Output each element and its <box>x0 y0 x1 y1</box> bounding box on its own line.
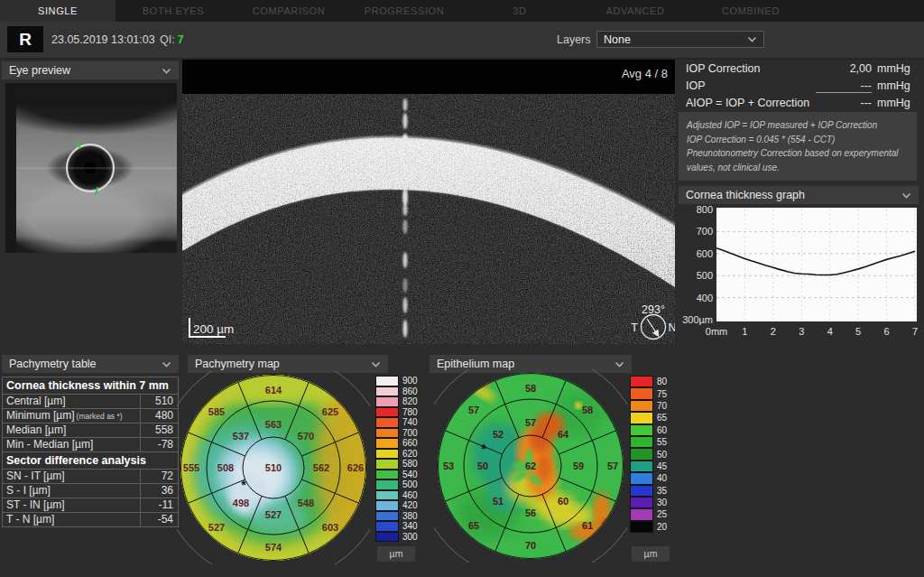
color-scale-row: 780 <box>375 407 426 418</box>
color-scale-swatch <box>375 428 399 439</box>
color-scale-row: 20 <box>630 521 680 533</box>
color-scale-row: 900 <box>375 376 426 386</box>
pachymetry-table-dropdown[interactable]: Pachymetry table <box>2 355 179 373</box>
color-scale-value: 860 <box>402 386 418 396</box>
row-value: 72 <box>140 470 178 483</box>
x-axis-tick: 7 <box>912 326 918 337</box>
color-scale-row: 30 <box>630 497 680 508</box>
color-scale-value: 420 <box>402 500 418 510</box>
color-scale-value: 25 <box>657 509 667 519</box>
color-scale-row: 25 <box>630 508 680 520</box>
color-scale-row: 60 <box>630 424 680 436</box>
svg-text:53: 53 <box>443 461 454 471</box>
color-scale-row: 45 <box>630 461 680 472</box>
svg-text:562: 562 <box>313 462 329 473</box>
tab-single[interactable]: SINGLE <box>0 0 116 22</box>
svg-text:563: 563 <box>265 419 282 430</box>
aiop-row: AIOP = IOP + Correction --- mmHg <box>686 96 917 112</box>
x-axis-tick: 4 <box>827 326 833 337</box>
layers-selected-value: None <box>604 33 631 46</box>
eye-preview-dropdown[interactable]: Eye preview <box>2 61 179 79</box>
color-scale-row: 50 <box>630 448 680 460</box>
color-scale-swatch <box>630 436 653 448</box>
row-label: S - I [µm] <box>3 484 140 498</box>
svg-text:61: 61 <box>582 520 593 531</box>
iop-correction-label: IOP Correction <box>686 62 760 75</box>
x-axis-tick: 6 <box>884 326 890 337</box>
color-scale-swatch <box>630 508 653 520</box>
x-axis-tick: 2 <box>771 326 776 337</box>
color-scale-swatch <box>630 424 653 436</box>
svg-text:574: 574 <box>265 542 282 553</box>
pachymetry-map-dropdown[interactable]: Pachymetry map <box>188 355 388 373</box>
color-scale-row: 55 <box>630 436 680 448</box>
pachymetry-unit-button[interactable]: µm <box>377 546 415 562</box>
color-scale-value: 300 <box>402 532 418 542</box>
toolbar: R 23.05.2019 13:01:03 QI:7 Layers None <box>0 22 924 60</box>
color-scale-row: 620 <box>375 449 426 460</box>
tab-progression[interactable]: PROGRESSION <box>346 0 462 22</box>
iop-correction-unit: mmHg <box>877 62 917 75</box>
iop-row: IOP --- mmHg <box>686 79 917 95</box>
color-scale-row: 35 <box>630 485 680 497</box>
color-scale-value: 65 <box>657 413 667 423</box>
color-scale-value: 780 <box>402 407 418 417</box>
x-axis-tick: 5 <box>855 326 861 337</box>
row-label: Minimum [µm](marked as *) <box>3 409 140 423</box>
thickness-graph-dropdown[interactable]: Cornea thickness graph <box>679 186 919 204</box>
color-scale-row: 340 <box>375 521 426 532</box>
aiop-unit: mmHg <box>877 97 917 109</box>
x-axis-tick: 1 <box>742 326 747 337</box>
color-scale-row: 860 <box>375 386 426 397</box>
thickness-graph-chart: 800700600500400300µm0mm1234567 <box>675 204 920 341</box>
color-scale-value: 60 <box>657 425 667 435</box>
tab-combined[interactable]: COMBINED <box>693 0 808 22</box>
color-scale-swatch <box>375 490 399 501</box>
color-scale-swatch <box>375 459 399 470</box>
svg-text:59: 59 <box>573 461 584 471</box>
svg-text:56: 56 <box>525 507 536 518</box>
eye-preview-image <box>5 83 177 253</box>
y-axis-tick: 600 <box>697 248 713 259</box>
color-scale-swatch <box>375 438 399 449</box>
svg-text:585: 585 <box>208 406 225 417</box>
color-scale-row: 65 <box>630 412 680 423</box>
color-scale-row: 460 <box>375 490 426 501</box>
epithelium-unit-button[interactable]: µm <box>632 546 670 562</box>
tab-both-eyes[interactable]: BOTH EYES <box>116 0 231 22</box>
color-scale-row: 380 <box>375 511 426 522</box>
layers-select[interactable]: None <box>596 31 764 48</box>
pachymetry-color-scale: 9008608207807407006606205805405004604203… <box>375 376 426 542</box>
tab-advanced[interactable]: ADVANCED <box>578 0 693 22</box>
color-scale-value: 500 <box>402 479 418 489</box>
tab-3d[interactable]: 3D <box>462 0 578 22</box>
row-label: SN - IT [µm] <box>3 470 140 483</box>
svg-text:555: 555 <box>183 462 199 473</box>
iop-value-input[interactable]: --- <box>816 79 872 93</box>
iop-correction-row: IOP Correction 2,00 mmHg <box>686 61 917 78</box>
color-scale-value: 20 <box>657 522 667 532</box>
table-row: S - I [µm]36 <box>3 483 178 498</box>
color-scale-swatch <box>630 461 653 472</box>
chevron-down-icon <box>901 192 911 199</box>
table-row: Median [µm]558 <box>3 423 178 437</box>
svg-text:57: 57 <box>607 461 618 471</box>
color-scale-swatch <box>375 376 399 386</box>
compass-temporal-label: T <box>631 321 638 334</box>
table-section-header: Cornea thickness within 7 mm <box>3 377 178 394</box>
qi-label: QI: <box>160 33 175 46</box>
row-value: 36 <box>140 484 178 498</box>
svg-text:614: 614 <box>265 385 282 396</box>
svg-text:50: 50 <box>477 461 488 471</box>
row-value: 510 <box>140 395 178 408</box>
table-row: T - N [µm]-54 <box>3 512 178 526</box>
eye-side-badge: R <box>7 26 43 52</box>
iop-note-box: Adjusted IOP = IOP measured + IOP Correc… <box>679 112 917 181</box>
tab-comparison[interactable]: COMPARISON <box>231 0 346 22</box>
svg-text:548: 548 <box>298 498 314 508</box>
row-label: Central [µm] <box>3 395 140 408</box>
row-value: -11 <box>140 498 178 512</box>
color-scale-value: 700 <box>402 428 418 438</box>
minimum-marker-icon: * <box>241 478 246 492</box>
row-value: 480 <box>140 409 178 423</box>
